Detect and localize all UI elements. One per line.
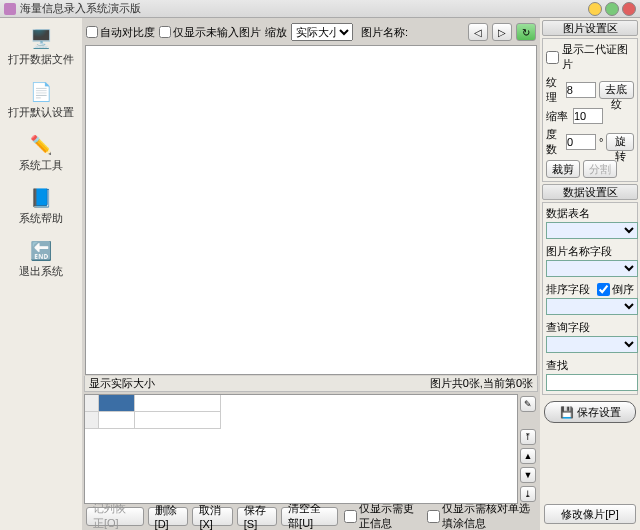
- image-name-label: 图片名称:: [361, 25, 408, 40]
- status-zoom: 显示实际大小: [89, 376, 430, 391]
- suolv-label: 缩率: [546, 109, 570, 124]
- close-button[interactable]: [622, 2, 636, 16]
- save-button[interactable]: 保存[S]: [237, 507, 277, 526]
- data-grid[interactable]: [84, 394, 518, 504]
- qudiwen-button[interactable]: 去底纹: [599, 81, 634, 99]
- monitor-icon: 🖥️: [27, 28, 55, 50]
- suolv-input[interactable]: [573, 108, 603, 124]
- book-icon: 📘: [27, 187, 55, 209]
- find-label: 查找: [546, 358, 634, 373]
- document-icon: 📄: [27, 81, 55, 103]
- image-settings-header: 图片设置区: [542, 20, 638, 36]
- next-button[interactable]: ▷: [492, 23, 512, 41]
- sort-field-label: 排序字段: [546, 282, 590, 297]
- top-icon[interactable]: ⤒: [520, 429, 536, 445]
- table-row: [85, 412, 517, 429]
- table-name-label: 数据表名: [546, 206, 634, 221]
- status-bar: 显示实际大小 图片共0张,当前第0张: [84, 376, 538, 392]
- sidebar-item-label: 打开数据文件: [8, 52, 74, 67]
- split-button[interactable]: 分割: [583, 160, 617, 178]
- grid-side-buttons: ✎ ⤒ ▲ ▼ ⤓: [518, 394, 538, 504]
- show-2d-checkbox[interactable]: 显示二代证图片: [546, 42, 634, 72]
- sidebar-item-label: 打开默认设置: [8, 105, 74, 120]
- only-uninput-checkbox[interactable]: 仅显示未输入图片: [159, 25, 261, 40]
- up-icon[interactable]: ▲: [520, 448, 536, 464]
- sidebar: 🖥️ 打开数据文件 📄 打开默认设置 ✏️ 系统工具 📘 系统帮助 🔚 退出系统: [0, 18, 82, 530]
- prev-button[interactable]: ◁: [468, 23, 488, 41]
- sidebar-item-exit[interactable]: 🔚 退出系统: [6, 236, 76, 283]
- wenli-label: 纹理: [546, 75, 563, 105]
- delete-button[interactable]: 删除[D]: [148, 507, 189, 526]
- table-name-select[interactable]: [546, 222, 638, 239]
- edit-icon[interactable]: ✎: [520, 396, 536, 412]
- image-settings-box: 显示二代证图片 纹理去底纹 缩率 度数°旋转 裁剪分割: [542, 38, 638, 182]
- dushu-label: 度数: [546, 127, 563, 157]
- modify-image-button[interactable]: 修改像片[P]: [544, 504, 636, 524]
- find-input[interactable]: [546, 374, 638, 391]
- titlebar: 海量信息录入系统演示版: [0, 0, 640, 18]
- table-row: [85, 395, 517, 412]
- dushu-input[interactable]: [566, 134, 596, 150]
- sidebar-item-help[interactable]: 📘 系统帮助: [6, 183, 76, 230]
- sidebar-item-label: 退出系统: [19, 264, 63, 279]
- sidebar-item-open-default[interactable]: 📄 打开默认设置: [6, 77, 76, 124]
- rotate-button[interactable]: 旋转: [606, 133, 634, 151]
- disk-icon: 💾: [560, 406, 574, 419]
- wenli-input[interactable]: [566, 82, 596, 98]
- reverse-checkbox[interactable]: 倒序: [597, 282, 634, 297]
- zoom-label: 缩放: [265, 25, 287, 40]
- status-count: 图片共0张,当前第0张: [430, 376, 533, 391]
- data-settings-header: 数据设置区: [542, 184, 638, 200]
- query-field-select[interactable]: [546, 336, 638, 353]
- crop-button[interactable]: 裁剪: [546, 160, 580, 178]
- toolbar: 自动对比度 仅显示未输入图片 缩放 实际大小 图片名称: ◁ ▷ ↻: [84, 20, 538, 44]
- only-review-checkbox[interactable]: 仅显示需核对单选填涂信息: [427, 501, 536, 530]
- only-correct-checkbox[interactable]: 仅显示需更正信息: [344, 501, 421, 530]
- window-title: 海量信息录入系统演示版: [20, 1, 585, 16]
- cancel-button[interactable]: 取消[X]: [192, 507, 232, 526]
- pencil-icon: ✏️: [27, 134, 55, 156]
- sidebar-item-label: 系统帮助: [19, 211, 63, 226]
- img-field-select[interactable]: [546, 260, 638, 277]
- data-settings-box: 数据表名 图片名称字段 排序字段倒序 查询字段 查找: [542, 202, 638, 395]
- query-field-label: 查询字段: [546, 320, 634, 335]
- bottom-icon[interactable]: ⤓: [520, 486, 536, 502]
- exit-icon: 🔚: [27, 240, 55, 262]
- main-pane: 自动对比度 仅显示未输入图片 缩放 实际大小 图片名称: ◁ ▷ ↻ 显示实际大…: [82, 18, 540, 530]
- auto-contrast-checkbox[interactable]: 自动对比度: [86, 25, 155, 40]
- sidebar-item-tools[interactable]: ✏️ 系统工具: [6, 130, 76, 177]
- button-row: 记列恢正[O] 删除[D] 取消[X] 保存[S] 清空全部[U] 仅显示需更正…: [84, 504, 538, 528]
- minimize-button[interactable]: [588, 2, 602, 16]
- clear-all-button[interactable]: 清空全部[U]: [281, 507, 338, 526]
- app-icon: [4, 3, 16, 15]
- right-pane: 图片设置区 显示二代证图片 纹理去底纹 缩率 度数°旋转 裁剪分割 数据设置区 …: [540, 18, 640, 530]
- save-settings-button[interactable]: 💾保存设置: [544, 401, 636, 423]
- image-viewer[interactable]: [85, 45, 537, 375]
- zoom-select[interactable]: 实际大小: [291, 23, 353, 41]
- refresh-button[interactable]: ↻: [516, 23, 536, 41]
- down-icon[interactable]: ▼: [520, 467, 536, 483]
- sidebar-item-label: 系统工具: [19, 158, 63, 173]
- img-field-label: 图片名称字段: [546, 244, 634, 259]
- sidebar-item-open-data[interactable]: 🖥️ 打开数据文件: [6, 24, 76, 71]
- restore-button[interactable]: 记列恢正[O]: [86, 507, 144, 526]
- sort-field-select[interactable]: [546, 298, 638, 315]
- maximize-button[interactable]: [605, 2, 619, 16]
